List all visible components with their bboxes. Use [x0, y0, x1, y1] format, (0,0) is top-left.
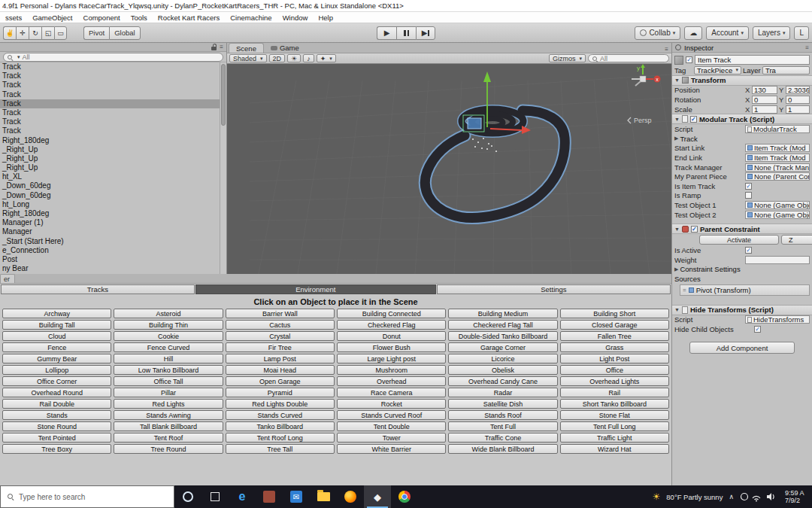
inspector-tab[interactable]: Inspector ≡: [672, 43, 812, 53]
placeable-object-button[interactable]: Tanko Billboard: [226, 421, 335, 431]
placeable-object-button[interactable]: Large Light post: [337, 354, 446, 364]
hierarchy-item[interactable]: Manager: [0, 227, 220, 236]
hierarchy-item[interactable]: _Right_Up: [0, 154, 220, 163]
placeable-object-button[interactable]: Wide Blank Billboard: [448, 444, 557, 454]
placeable-object-button[interactable]: Garage Corner: [448, 342, 557, 352]
scene-audio-toggle[interactable]: ♪: [303, 54, 314, 62]
panel-menu-icon[interactable]: ≡: [665, 46, 671, 53]
placeable-object-button[interactable]: Overhead Candy Cane: [448, 376, 557, 386]
menu-item[interactable]: GameObject: [27, 14, 77, 22]
scene-search-input[interactable]: All: [588, 54, 669, 62]
placeable-object-button[interactable]: Tree Boxy: [2, 444, 111, 454]
active-checkbox[interactable]: [686, 56, 692, 63]
placeable-object-button[interactable]: Tent Full Long: [560, 421, 669, 431]
panel-menu-icon[interactable]: ≡: [220, 44, 223, 50]
hierarchy-item[interactable]: Track: [0, 117, 220, 126]
placeable-object-button[interactable]: Building Thin: [114, 320, 223, 330]
hierarchy-item[interactable]: Right_180deg: [0, 136, 220, 145]
placeable-object-button[interactable]: Building Short: [560, 309, 669, 318]
placeable-object-button[interactable]: Cactus: [226, 320, 335, 330]
toggle-2d-button[interactable]: 2D: [269, 54, 286, 62]
taskbar-clock[interactable]: 9:59 A 7/9/2: [785, 489, 812, 504]
taskbar-app-unity[interactable]: ◆: [364, 485, 391, 508]
placeable-object-button[interactable]: Tree Tall: [226, 444, 335, 454]
hierarchy-item[interactable]: ht_Long: [0, 200, 220, 209]
placeable-object-button[interactable]: Building Tall: [2, 320, 111, 330]
hierarchy-item[interactable]: Track: [0, 71, 220, 81]
placeable-object-button[interactable]: Red Lights: [114, 399, 223, 409]
hierarchy-item[interactable]: Track: [0, 62, 220, 71]
placeable-object-button[interactable]: Closed Garage: [560, 320, 669, 330]
placeable-object-button[interactable]: Grass: [560, 342, 669, 352]
transform-y-field[interactable]: 1: [786, 105, 810, 114]
step-button[interactable]: ▶: [416, 26, 435, 40]
cloud-services-button[interactable]: ☁: [684, 26, 702, 40]
hierarchy-item[interactable]: Track: [0, 81, 220, 90]
scene-viewport[interactable]: x y Persp: [227, 64, 671, 274]
foldout-icon[interactable]: ▼: [674, 227, 680, 232]
placeable-object-button[interactable]: Stands Awning: [114, 410, 223, 420]
weight-field[interactable]: [745, 256, 810, 264]
placeable-object-button[interactable]: Rocket: [337, 399, 446, 409]
lock-icon[interactable]: [211, 44, 217, 50]
taskbar-app-icon[interactable]: [256, 485, 283, 508]
placeable-object-button[interactable]: Overhead: [337, 376, 446, 386]
object-field[interactable]: None (Track Mana: [745, 163, 810, 172]
tab-game[interactable]: Game: [264, 43, 306, 53]
transform-x-field[interactable]: 1: [752, 105, 777, 114]
activate-button[interactable]: Activate: [699, 235, 779, 245]
constraint-settings-foldout[interactable]: ▶ Constraint Settings: [672, 265, 812, 275]
placeable-object-button[interactable]: Traffic Cone: [448, 433, 557, 443]
placeable-object-button[interactable]: Office: [560, 365, 669, 375]
hierarchy-item[interactable]: Track: [0, 108, 220, 117]
taskbar-app-file-explorer[interactable]: [310, 485, 337, 508]
hierarchy-item[interactable]: _Right_Up: [0, 163, 220, 172]
pause-button[interactable]: [396, 26, 416, 40]
placeable-object-button[interactable]: Fir Tree: [226, 342, 335, 352]
layer-dropdown[interactable]: Tra: [762, 66, 810, 75]
placeable-object-button[interactable]: Obelisk: [448, 365, 557, 375]
transform-x-field[interactable]: 130: [752, 86, 777, 94]
foldout-icon[interactable]: ▼: [674, 117, 680, 122]
taskbar-app-firefox[interactable]: [337, 485, 364, 508]
taskbar-app-edge[interactable]: e: [229, 485, 256, 508]
pivot-toggle-button[interactable]: Pivot: [83, 26, 109, 40]
hierarchy-item[interactable]: Right_180deg: [0, 209, 220, 218]
placeable-object-button[interactable]: Licorice: [448, 354, 557, 364]
placeable-object-button[interactable]: Flower Bush: [337, 342, 446, 352]
placeable-object-button[interactable]: Traffic Light: [560, 433, 669, 443]
component-enabled-checkbox[interactable]: [690, 116, 697, 123]
hierarchy-item[interactable]: ht_XL: [0, 172, 220, 181]
placeable-object-button[interactable]: Fence: [2, 342, 111, 352]
task-view-button[interactable]: [201, 485, 229, 508]
placeable-object-button[interactable]: Rail Double: [2, 399, 111, 409]
hierarchy-item[interactable]: Track: [0, 90, 220, 99]
placeable-object-button[interactable]: Lollipop: [2, 365, 111, 375]
hierarchy-search-input[interactable]: ▾ All: [3, 53, 223, 62]
taskbar-app-mail[interactable]: ✉: [283, 485, 310, 508]
placeable-object-button[interactable]: Gummy Bear: [2, 354, 111, 364]
hierarchy-item[interactable]: Manager (1): [0, 218, 220, 227]
scale-tool-button[interactable]: ◱: [41, 26, 54, 40]
placeable-object-button[interactable]: Pillar: [114, 388, 223, 397]
placeable-object-button[interactable]: Low Tanko Billboard: [114, 365, 223, 375]
hierarchy-item[interactable]: _Down_60deg: [0, 181, 220, 190]
placeable-object-button[interactable]: Checkered Flag Tall: [448, 320, 557, 330]
component-enabled-checkbox[interactable]: [691, 226, 698, 233]
weather-text[interactable]: 80°F Partly sunny: [666, 493, 723, 501]
placer-window-tab[interactable]: er: [0, 274, 15, 283]
transform-y-field[interactable]: 0: [786, 96, 810, 104]
menu-item[interactable]: Tools: [126, 14, 153, 22]
placer-category-tab[interactable]: Tracks: [1, 284, 195, 294]
selected-track-piece[interactable]: [468, 118, 481, 129]
placeable-object-button[interactable]: Lamp Post: [226, 354, 335, 364]
placeable-object-button[interactable]: Tent Full: [448, 421, 557, 431]
placeable-object-button[interactable]: Crystal: [226, 331, 335, 341]
tray-icons[interactable]: [740, 491, 779, 502]
placeable-object-button[interactable]: Double-Sided Tanko Billboard: [448, 331, 557, 341]
placeable-object-button[interactable]: Fence Curved: [114, 342, 223, 352]
placeable-object-button[interactable]: Tall Blank Billboard: [114, 421, 223, 431]
placeable-object-button[interactable]: Mushroom: [337, 365, 446, 375]
object-field[interactable]: Item Track (Mod: [745, 144, 810, 152]
object-field[interactable]: None (Game Obje: [745, 211, 810, 219]
